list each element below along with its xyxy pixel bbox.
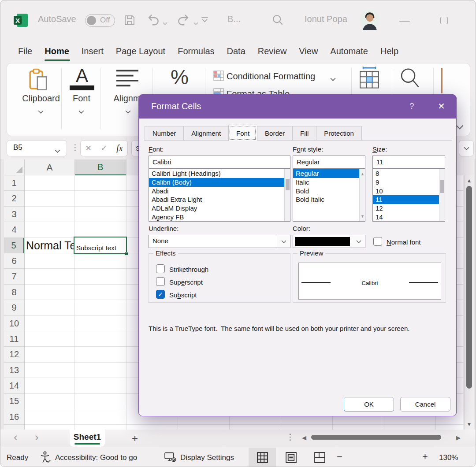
row-header-9[interactable]: 9	[4, 300, 24, 315]
size-list-scrollbar[interactable]	[439, 169, 445, 221]
row-header-12[interactable]: 12	[4, 347, 24, 362]
excel-logo-icon[interactable]: X	[13, 12, 29, 28]
font-list-item[interactable]: ADLaM Display	[149, 204, 290, 213]
row-header-14[interactable]: 14	[4, 378, 24, 393]
save-icon[interactable]	[123, 14, 136, 29]
size-item[interactable]: 9	[373, 178, 445, 187]
font-list-item[interactable]: Calibri Light (Headings)	[149, 169, 290, 178]
row-header-8[interactable]: 8	[4, 285, 24, 300]
undo-icon[interactable]	[147, 13, 160, 28]
row-header-15[interactable]: 15	[4, 393, 24, 409]
scroll-down-icon[interactable]: ▼	[465, 421, 474, 427]
redo-dropdown-icon[interactable]	[193, 19, 198, 27]
page-break-view-button[interactable]	[306, 448, 333, 467]
sheet-tab-sheet1[interactable]: Sheet1	[70, 430, 105, 447]
clipboard-icon[interactable]	[26, 68, 50, 94]
ribbon-tab-insert[interactable]: Insert	[75, 40, 110, 63]
font-list-item[interactable]: Agency FB	[149, 213, 290, 222]
font-style-list[interactable]: Regular Italic Bold Bold Italic ▲ ▼	[293, 169, 365, 222]
font-style-item[interactable]: Bold Italic	[293, 195, 365, 204]
color-dropdown-icon[interactable]	[352, 235, 365, 248]
font-style-item[interactable]: Italic	[293, 178, 365, 187]
normal-view-button[interactable]	[249, 448, 276, 467]
user-name[interactable]: Ionut Popa	[305, 14, 347, 24]
size-item[interactable]: 14	[373, 213, 445, 222]
hscroll-right-icon[interactable]: ▶	[456, 434, 461, 441]
namebox-drag-handle-icon[interactable]: ⋮	[71, 142, 79, 152]
strikethrough-checkbox[interactable]	[156, 264, 165, 273]
find-icon[interactable]	[398, 67, 421, 93]
page-layout-view-button[interactable]	[277, 448, 305, 467]
number-format-icon[interactable]: %	[171, 65, 189, 89]
scroll-up-icon[interactable]: ▲	[465, 178, 474, 184]
font-style-item-selected[interactable]: Regular	[293, 169, 360, 178]
dialog-tab-alignment[interactable]: Alignment	[183, 126, 228, 141]
search-icon[interactable]	[271, 13, 284, 28]
sheet-prev-icon[interactable]: ‹	[14, 430, 18, 444]
size-input[interactable]: 11	[372, 156, 445, 169]
display-settings-icon[interactable]	[164, 452, 177, 465]
size-item[interactable]: 10	[373, 187, 445, 196]
row-header-6[interactable]: 6	[4, 253, 24, 269]
dialog-help-icon[interactable]: ?	[409, 101, 414, 111]
underline-select[interactable]: None	[149, 235, 290, 248]
row-header-7[interactable]: 7	[4, 269, 24, 284]
hscroll-left-icon[interactable]: ◀	[302, 434, 306, 441]
cancel-entry-icon[interactable]: ✕	[86, 144, 92, 153]
insert-function-icon[interactable]: fx	[116, 143, 123, 153]
dialog-tab-font[interactable]: Font	[228, 125, 257, 141]
cancel-button[interactable]: Cancel	[400, 397, 450, 411]
font-list-scrollbar[interactable]	[284, 169, 290, 221]
name-box-dropdown-icon[interactable]	[55, 147, 60, 155]
dialog-close-icon[interactable]: ✕	[438, 101, 445, 111]
font-list-item-selected[interactable]: Calibri (Body)	[149, 178, 285, 187]
column-header-a[interactable]: A	[25, 159, 74, 175]
alignment-icon[interactable]	[116, 70, 138, 89]
color-select[interactable]	[293, 235, 365, 248]
zoom-in-button[interactable]: +	[422, 451, 428, 462]
font-settings-icon[interactable]: A	[70, 67, 94, 90]
customize-toolbar-icon[interactable]	[201, 16, 208, 24]
sheet-next-icon[interactable]: ›	[35, 430, 39, 444]
size-item-selected[interactable]: 11	[373, 195, 439, 204]
row-header-2[interactable]: 2	[4, 191, 24, 206]
horizontal-scroll-thumb[interactable]	[311, 435, 441, 440]
superscript-checkbox[interactable]	[156, 277, 165, 286]
row-header-16[interactable]: 16	[4, 409, 24, 425]
add-sheet-icon[interactable]: +	[132, 432, 138, 445]
dialog-tab-protection[interactable]: Protection	[316, 126, 362, 141]
size-scroll-thumb[interactable]	[440, 180, 444, 193]
ribbon-collapse-icon[interactable]	[456, 123, 464, 131]
row-header-13[interactable]: 13	[4, 363, 24, 378]
ribbon-tab-file[interactable]: File	[0, 40, 38, 63]
row-header-11[interactable]: 11	[4, 331, 24, 347]
underline-dropdown-icon[interactable]	[277, 235, 290, 248]
accessibility-icon[interactable]	[39, 451, 52, 465]
dialog-tab-number[interactable]: Number	[145, 126, 183, 141]
cell-a5-text[interactable]: Normal Te	[26, 239, 74, 252]
row-header-4[interactable]: 4	[4, 222, 24, 237]
formula-bar-expand-icon[interactable]	[459, 140, 474, 156]
font-list-item[interactable]: Abadi	[149, 187, 290, 196]
vertical-scroll-thumb[interactable]	[466, 186, 472, 389]
alignment-expand-icon[interactable]	[125, 107, 131, 115]
maximize-button[interactable]	[440, 17, 448, 24]
select-all-corner[interactable]	[4, 159, 25, 175]
dialog-tab-border[interactable]: Border	[257, 126, 292, 141]
undo-dropdown-icon[interactable]	[163, 19, 167, 27]
ribbon-tab-help[interactable]: Help	[374, 40, 405, 63]
font-list[interactable]: Calibri Light (Headings) Calibri (Body) …	[149, 169, 290, 222]
font-expand-icon[interactable]	[78, 107, 84, 115]
row-header-10[interactable]: 10	[4, 316, 24, 331]
sheetbar-drag-handle-icon[interactable]: ⋮	[286, 432, 294, 442]
font-style-scrollbar[interactable]: ▲ ▼	[359, 169, 365, 221]
subscript-checkbox[interactable]: ✓	[156, 290, 165, 299]
font-input[interactable]: Calibri	[149, 156, 290, 169]
conditional-formatting-icon[interactable]	[213, 70, 224, 83]
avatar[interactable]	[360, 10, 380, 32]
conditional-formatting-label[interactable]: Conditional Formatting	[227, 71, 315, 82]
ribbon-tab-review[interactable]: Review	[252, 40, 293, 63]
dialog-title-bar[interactable]: Format Cells ? ✕	[139, 95, 456, 119]
row-header-5[interactable]: 5	[4, 238, 24, 253]
column-header-b[interactable]: B	[74, 159, 126, 175]
